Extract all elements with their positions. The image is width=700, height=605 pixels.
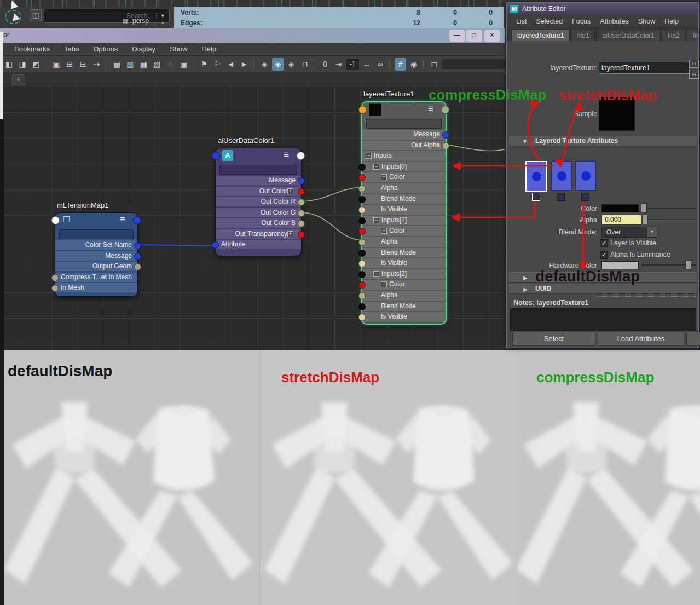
menu-focus[interactable]: Focus — [572, 18, 591, 25]
tab-file3[interactable]: file3 — [687, 30, 698, 41]
add-tab-button[interactable]: + — [12, 74, 25, 85]
expand-arrows-icon[interactable]: ↔ — [361, 58, 372, 71]
panel-icon[interactable]: ◫ — [30, 9, 42, 21]
port-dot[interactable] — [442, 142, 449, 149]
presets-icon[interactable]: ⊟ — [689, 71, 699, 79]
layer-delete-checkbox-1[interactable]: × — [532, 193, 540, 201]
node-row[interactable]: −Inputs[1] — [362, 216, 446, 226]
menu-tabs[interactable]: Tabs — [64, 45, 79, 53]
minimize-button[interactable]: — — [449, 30, 465, 42]
collapse-icon[interactable]: − — [373, 271, 379, 277]
port-dot[interactable] — [298, 231, 305, 238]
expand-icon[interactable]: + — [381, 174, 387, 180]
menu-help[interactable]: Help — [201, 45, 216, 53]
input-output-connections-icon[interactable]: ◧ — [3, 58, 15, 71]
node-tension-header[interactable]: ❐ ≡ — [55, 213, 137, 227]
lasso-tool-icon[interactable] — [5, 10, 21, 24]
node-row[interactable]: Output Geom — [55, 262, 137, 271]
select-button[interactable]: Select — [512, 332, 595, 346]
node-editor-canvas[interactable]: mLTensionMap1 ❐ ≡ Color Set Name Message… — [0, 87, 505, 350]
persp-label[interactable]: persp — [132, 17, 149, 25]
node-row[interactable]: Out Color+ — [216, 187, 301, 196]
node-row[interactable]: Attribute — [216, 240, 301, 249]
port-dot[interactable] — [358, 164, 366, 171]
node-rename-field[interactable] — [59, 229, 134, 239]
zero-icon[interactable]: 0 — [319, 58, 331, 71]
menu-selected[interactable]: Selected — [536, 18, 563, 25]
alpha-luminance-checkbox[interactable]: ✓ — [600, 251, 608, 259]
color-swatch[interactable] — [601, 204, 639, 212]
port-dot[interactable] — [358, 206, 366, 214]
node-row[interactable]: Is Visible — [362, 312, 446, 322]
port-dot[interactable] — [358, 196, 366, 203]
node-aiuserdata-header[interactable]: A ≡ — [216, 148, 301, 163]
port-dot[interactable] — [358, 217, 366, 224]
expand-icon[interactable]: + — [287, 231, 293, 237]
burger-icon[interactable]: ≡ — [120, 214, 125, 225]
collapse-arrow-icon[interactable]: ▲ — [160, 20, 165, 25]
port-dot[interactable] — [441, 106, 449, 114]
port-dot[interactable] — [51, 285, 59, 292]
toolbar-filter-field[interactable] — [442, 59, 508, 69]
tab-file2[interactable]: file2 — [662, 30, 686, 41]
port-dot[interactable] — [358, 314, 366, 321]
node-aiuserdata[interactable]: A ≡ Message Out Color+ Out Color R Out C… — [215, 148, 302, 256]
node-row[interactable]: Message — [216, 176, 301, 185]
port-dot[interactable] — [358, 303, 366, 310]
bookmark-prev-icon[interactable]: ◄ — [225, 58, 236, 71]
node-row[interactable]: Blend Mode — [362, 302, 446, 312]
burger-icon[interactable]: ≡ — [428, 103, 433, 114]
search-box[interactable]: ▼ — [44, 9, 170, 23]
graph-flow-icon[interactable]: ⇢ — [90, 58, 102, 71]
collapse-arrows-icon[interactable]: ⇥ — [333, 58, 344, 71]
menu-help[interactable]: Help — [664, 18, 679, 25]
collapse-icon[interactable]: − — [366, 153, 372, 159]
port-dot[interactable] — [442, 131, 449, 139]
port-dot[interactable] — [51, 216, 60, 224]
add-selected-icon[interactable]: ⊞ — [64, 58, 76, 71]
port-dot[interactable] — [358, 228, 366, 235]
node-row[interactable]: Alpha — [362, 291, 446, 301]
port-dot[interactable] — [298, 210, 305, 217]
node-row[interactable]: +Color — [362, 226, 446, 236]
notes-area[interactable] — [510, 308, 696, 331]
menu-display[interactable]: Display — [132, 45, 155, 53]
menu-show[interactable]: Show — [638, 18, 655, 25]
node-row[interactable]: Out Color B — [216, 218, 301, 228]
frame-selection-icon[interactable]: ◻ — [429, 58, 440, 71]
section-layered-texture-attributes[interactable]: ▼ Layered Texture Attributes — [509, 136, 697, 146]
node-row[interactable]: +Color — [362, 172, 446, 182]
port-dot[interactable] — [298, 188, 305, 195]
traversal-depth-field[interactable]: -1 — [346, 59, 359, 70]
port-dot[interactable] — [358, 174, 366, 181]
attribute-editor-titlebar[interactable]: M Attribute Editor — [507, 3, 698, 15]
layout-hierarchy-icon[interactable]: ▧ — [151, 58, 163, 71]
bookmark-next-icon[interactable]: ► — [238, 58, 250, 71]
swatch-custom-icon[interactable]: ◈ — [286, 58, 297, 71]
layer-swatch-2[interactable] — [551, 161, 572, 191]
texture-swatch[interactable] — [369, 103, 381, 116]
node-row[interactable]: −Inputs[0] — [362, 162, 446, 172]
port-dot[interactable] — [358, 281, 366, 289]
node-row[interactable]: −Inputs — [362, 151, 446, 161]
focus-icon[interactable]: ⊡ — [689, 60, 699, 68]
menu-show[interactable]: Show — [170, 45, 188, 53]
select-tool-icon[interactable] — [9, 0, 17, 8]
input-connections-icon[interactable]: ◨ — [16, 58, 28, 71]
port-dot[interactable] — [358, 185, 366, 192]
collapse-icon[interactable]: − — [373, 164, 379, 170]
burger-icon[interactable]: ≡ — [284, 149, 289, 160]
node-row[interactable]: Out Transparency+ — [216, 229, 301, 239]
node-row[interactable]: Color Set Name — [55, 240, 137, 250]
frame-all-icon[interactable]: ▣ — [50, 58, 62, 71]
node-row[interactable]: Out Color R — [216, 197, 301, 206]
expand-icon[interactable]: + — [287, 188, 293, 194]
load-attributes-button[interactable]: Load Attributes — [598, 332, 684, 346]
layer-swatch-3[interactable] — [575, 161, 596, 191]
layer-delete-checkbox-2[interactable]: × — [557, 193, 565, 201]
layout-grid-icon[interactable]: ▦ — [138, 58, 149, 71]
port-dot[interactable] — [212, 241, 219, 249]
maximize-button[interactable]: □ — [466, 30, 482, 42]
tab-layeredtexture1[interactable]: layeredTexture1 — [511, 30, 570, 41]
alpha-field[interactable]: 0.000 — [601, 215, 641, 225]
